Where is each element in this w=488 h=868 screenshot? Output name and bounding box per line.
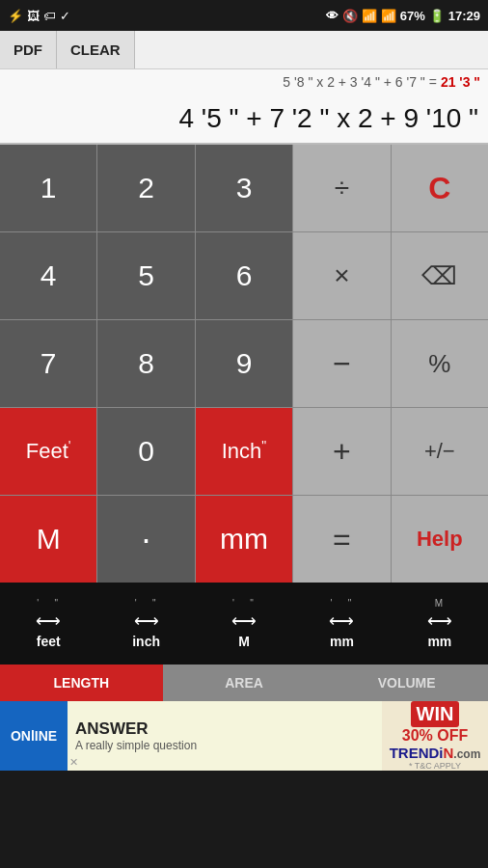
ad-left: ONlINE bbox=[0, 701, 68, 771]
button-row: PDF CLEAR bbox=[0, 31, 488, 69]
unit-M[interactable]: ' " ⟷ M bbox=[196, 585, 292, 663]
tc-text: * T&C APPLY bbox=[409, 761, 461, 771]
unit-feet[interactable]: ' " ⟷ feet bbox=[0, 585, 96, 663]
answer-text: ANSWER bbox=[75, 719, 374, 739]
inch-arrows: ⟷ bbox=[134, 610, 159, 632]
btn-divide[interactable]: ÷ bbox=[293, 145, 390, 231]
btn-help[interactable]: Help bbox=[392, 496, 488, 583]
tab-volume[interactable]: VOLUME bbox=[325, 665, 488, 701]
time-display: 17:29 bbox=[448, 9, 480, 23]
tab-length[interactable]: LENGTH bbox=[0, 665, 163, 701]
btn-backspace[interactable]: ⌫ bbox=[392, 232, 488, 319]
mode-tabs: LENGTH AREA VOLUME bbox=[0, 665, 488, 701]
tab-area[interactable]: AREA bbox=[163, 665, 326, 701]
inch-unit-label: inch bbox=[132, 634, 160, 649]
prev-expr-text: 5 '8 " x 2 + 3 '4 " + 6 '7 " = bbox=[283, 74, 437, 90]
btn-M[interactable]: M bbox=[0, 496, 96, 583]
mute-icon: 🔇 bbox=[342, 9, 358, 23]
btn-plus-minus[interactable]: +/− bbox=[392, 408, 488, 495]
btn-subtract[interactable]: − bbox=[293, 320, 390, 407]
clear-button[interactable]: CLEAR bbox=[57, 31, 135, 68]
M-unit-label: M bbox=[238, 634, 250, 649]
current-expression: 4 '5 " + 7 '2 " x 2 + 9 '10 " bbox=[0, 95, 488, 145]
status-right-icons: 👁 🔇 📶 📶 67% 🔋 17:29 bbox=[326, 9, 480, 23]
usb-icon: ⚡ bbox=[8, 9, 23, 23]
unit-M-mm[interactable]: M ⟷ mm bbox=[392, 585, 488, 663]
btn-7[interactable]: 7 bbox=[0, 320, 96, 407]
unit-mm[interactable]: ' " ⟷ mm bbox=[293, 585, 390, 663]
mm-label: mm bbox=[220, 523, 268, 556]
win-badge: WIN bbox=[411, 701, 460, 727]
inch-ticks: ' " bbox=[135, 598, 158, 609]
M-mm-ticks: M bbox=[435, 598, 445, 609]
top-bar: PDF CLEAR 5 '8 " x 2 + 3 '4 " + 6 '7 " =… bbox=[0, 31, 488, 95]
signal-icon: 📶 bbox=[381, 9, 396, 23]
backspace-icon: ⌫ bbox=[421, 261, 457, 291]
feet-label: Feet' bbox=[26, 438, 71, 464]
status-bar: ⚡ 🖼 🏷 ✓ 👁 🔇 📶 📶 67% 🔋 17:29 bbox=[0, 0, 488, 31]
eye-icon: 👁 bbox=[326, 9, 339, 23]
ad-right: WIN 30% OFF TRENDiN.com * T&C APPLY bbox=[382, 701, 488, 771]
ad-banner[interactable]: ONlINE ANSWER A really simple question ✕… bbox=[0, 701, 488, 771]
online-label: ONlINE bbox=[11, 728, 57, 744]
btn-4[interactable]: 4 bbox=[0, 232, 96, 319]
calculator-grid: 1 2 3 ÷ C 4 5 6 × ⌫ 7 8 9 − % Feet' 0 In… bbox=[0, 145, 488, 583]
feet-unit-label: feet bbox=[37, 634, 61, 649]
status-icons: ⚡ 🖼 🏷 ✓ bbox=[8, 9, 70, 23]
mm-unit-label: mm bbox=[330, 634, 354, 649]
btn-6[interactable]: 6 bbox=[196, 232, 292, 319]
unit-bar: ' " ⟷ feet ' " ⟷ inch ' " ⟷ M ' " ⟷ mm M… bbox=[0, 583, 488, 665]
M-mm-arrows: ⟷ bbox=[427, 610, 452, 632]
feet-ticks: ' " bbox=[37, 598, 60, 609]
inch-label: Inch" bbox=[222, 438, 267, 464]
btn-8[interactable]: 8 bbox=[97, 320, 194, 407]
M-ticks: ' " bbox=[232, 598, 256, 609]
win-subtext: 30% OFF bbox=[402, 727, 468, 745]
feet-arrows: ⟷ bbox=[36, 610, 61, 632]
battery-percent: 67% bbox=[400, 9, 425, 23]
btn-percent[interactable]: % bbox=[392, 320, 488, 407]
image-icon: 🖼 bbox=[27, 9, 40, 23]
battery-icon: 🔋 bbox=[429, 9, 445, 23]
btn-5[interactable]: 5 bbox=[97, 232, 194, 319]
wifi-icon: 📶 bbox=[362, 9, 377, 23]
btn-clear[interactable]: C bbox=[392, 145, 488, 231]
M-arrows: ⟷ bbox=[231, 610, 257, 632]
btn-add[interactable]: + bbox=[293, 408, 390, 495]
btn-feet[interactable]: Feet' bbox=[0, 408, 96, 495]
prev-result: 21 '3 " bbox=[441, 74, 480, 90]
mm-ticks: ' " bbox=[331, 598, 354, 609]
mm-arrows: ⟷ bbox=[329, 610, 354, 632]
expression-text: 4 '5 " + 7 '2 " x 2 + 9 '10 " bbox=[179, 103, 479, 134]
tag-icon: 🏷 bbox=[43, 9, 56, 23]
previous-expression: 5 '8 " x 2 + 3 '4 " + 6 '7 " = 21 '3 " bbox=[0, 69, 488, 95]
close-ad-button[interactable]: ✕ bbox=[69, 756, 78, 769]
btn-equals[interactable]: = bbox=[293, 496, 390, 583]
btn-2[interactable]: 2 bbox=[97, 145, 194, 231]
btn-dot[interactable]: · bbox=[97, 496, 194, 583]
btn-multiply[interactable]: × bbox=[293, 232, 390, 319]
btn-3[interactable]: 3 bbox=[196, 145, 292, 231]
M-mm-unit-label: mm bbox=[427, 634, 451, 649]
ad-middle: ANSWER A really simple question ✕ bbox=[68, 701, 382, 771]
trendin-brand: TRENDiN.com bbox=[390, 745, 481, 761]
btn-0[interactable]: 0 bbox=[97, 408, 194, 495]
unit-inch[interactable]: ' " ⟷ inch bbox=[97, 585, 194, 663]
btn-1[interactable]: 1 bbox=[0, 145, 96, 231]
check-icon: ✓ bbox=[60, 9, 70, 23]
btn-inch[interactable]: Inch" bbox=[196, 408, 292, 495]
btn-9[interactable]: 9 bbox=[196, 320, 292, 407]
pdf-button[interactable]: PDF bbox=[0, 31, 57, 68]
subtitle-text: A really simple question bbox=[75, 739, 374, 752]
M-label: M bbox=[37, 523, 61, 556]
btn-mm[interactable]: mm bbox=[196, 496, 292, 583]
